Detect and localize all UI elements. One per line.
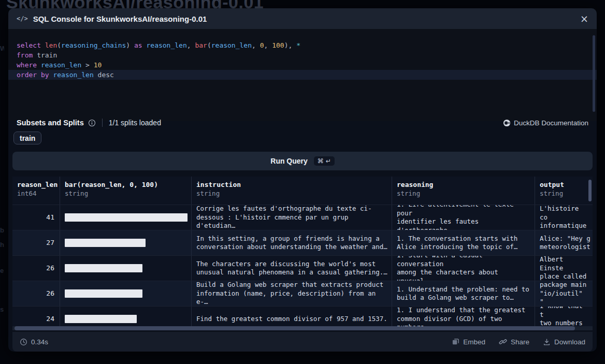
- modal-title: SQL Console for SkunkworksAI/reasoning-0…: [33, 14, 207, 23]
- background-edge-letter: h: [0, 241, 4, 249]
- cell-instruction: Corrige les fautes d'orthographe du text…: [192, 205, 392, 230]
- column-header-bar[interactable]: bar(reason_len, 0, 100) string: [60, 177, 192, 205]
- share-button[interactable]: Share: [499, 338, 529, 346]
- bar-fill: [65, 239, 146, 247]
- download-icon: [543, 338, 551, 346]
- close-icon[interactable]: ×: [580, 14, 588, 24]
- cell-reason-len: 27: [12, 230, 60, 255]
- cell-bar: [60, 281, 192, 306]
- embed-button[interactable]: Embed: [452, 338, 485, 346]
- code-line: order by reason_len desc: [8, 70, 597, 80]
- code-line: from train: [8, 50, 597, 60]
- info-icon[interactable]: [88, 119, 96, 127]
- cell-reasoning: 1. Start with a casual conversation amon…: [392, 256, 535, 281]
- bar-fill: [65, 213, 188, 222]
- editor-scrollbar[interactable]: [593, 35, 595, 112]
- modal-header: </> SQL Console for SkunkworksAI/reasoni…: [8, 8, 597, 29]
- code-icon: </>: [17, 15, 28, 22]
- footer-actions: Embed Share Download: [452, 338, 585, 346]
- background-edge-letter: b: [0, 226, 4, 234]
- table-header: reason_len int64 bar(reason_len, 0, 100)…: [12, 177, 593, 205]
- embed-icon: [452, 338, 459, 346]
- bar-fill: [65, 264, 142, 272]
- cell-reasoning: 1. Lire attentivement le texte pour iden…: [392, 205, 535, 230]
- table-row: 41Corrige les fautes d'orthographe du te…: [12, 205, 593, 230]
- duckdb-icon: [503, 119, 511, 127]
- column-header-reasoning[interactable]: reasoning string: [392, 177, 535, 205]
- background-edge-letter: s: [0, 305, 4, 313]
- table-vertical-scrollbar[interactable]: [588, 180, 592, 201]
- code-line: where reason_len > 10: [8, 60, 597, 70]
- cell-reasoning: 1. The conversation starts with Alice in…: [392, 230, 535, 255]
- cell-bar: [60, 256, 192, 281]
- clock-icon: [20, 338, 27, 346]
- cell-reason-len: 26: [12, 256, 60, 281]
- duckdb-documentation-link[interactable]: DuckDB Documentation: [503, 119, 588, 127]
- cell-instruction: Build a Golang web scraper that extracts…: [192, 281, 392, 306]
- cell-bar: [60, 205, 192, 230]
- bar-fill: [65, 289, 142, 298]
- query-timing: 0.34s: [20, 338, 48, 346]
- splits-loaded-status: 1/1 splits loaded: [109, 119, 161, 127]
- cell-instruction: In this setting, a group of friends is h…: [192, 230, 392, 255]
- scrollbar-thumb[interactable]: [15, 326, 575, 330]
- bar-fill: [65, 315, 137, 323]
- sql-editor[interactable]: select len(reasoning_chains) as reason_l…: [8, 29, 597, 121]
- subsets-title: Subsets and Splits: [17, 119, 84, 127]
- cell-output: Alice: "Hey g meteorologist: [535, 230, 593, 255]
- code-line: select len(reasoning_chains) as reason_l…: [8, 40, 597, 50]
- column-header-output[interactable]: output string: [535, 177, 593, 205]
- table-body: 41Corrige les fautes d'orthographe du te…: [12, 205, 593, 330]
- cell-reasoning: 1. Understand the problem: need to build…: [392, 281, 535, 306]
- modal-footer: 0.34s Embed Share: [12, 332, 593, 352]
- column-header-reason-len[interactable]: reason_len int64: [12, 177, 60, 205]
- cell-bar: [60, 230, 192, 255]
- keyboard-shortcut-badge: ⌘ ↵: [314, 156, 335, 166]
- table-row: 27In this setting, a group of friends is…: [12, 230, 593, 255]
- download-button[interactable]: Download: [543, 338, 585, 346]
- table-row: 26The characters are discussing the worl…: [12, 255, 593, 281]
- background-edge-letter: e: [0, 267, 4, 274]
- table-horizontal-scrollbar[interactable]: [12, 326, 593, 330]
- cell-output: Albert Einste place called: [535, 256, 593, 281]
- results-table: reason_len int64 bar(reason_len, 0, 100)…: [12, 177, 593, 330]
- column-header-instruction[interactable]: instruction string: [192, 177, 392, 205]
- cell-instruction: The characters are discussing the world'…: [192, 256, 392, 281]
- run-query-button[interactable]: Run Query ⌘ ↵: [12, 152, 593, 170]
- cell-reason-len: 26: [12, 281, 60, 306]
- split-chip-train[interactable]: train: [13, 132, 41, 144]
- sql-console-modal: </> SQL Console for SkunkworksAI/reasoni…: [8, 8, 597, 352]
- cell-output: package main "io/ioutil" ": [535, 281, 593, 306]
- background-edge-letter: W: [0, 45, 4, 52]
- cell-output: L'histoire co informatique: [535, 205, 593, 230]
- cell-reason-len: 41: [12, 205, 60, 230]
- share-link-icon: [499, 338, 507, 346]
- divider: [102, 119, 103, 127]
- subsets-row: Subsets and Splits 1/1 splits loaded Duc…: [17, 117, 588, 128]
- table-row: 26Build a Golang web scraper that extrac…: [12, 281, 593, 306]
- splits-chips: train: [13, 132, 41, 144]
